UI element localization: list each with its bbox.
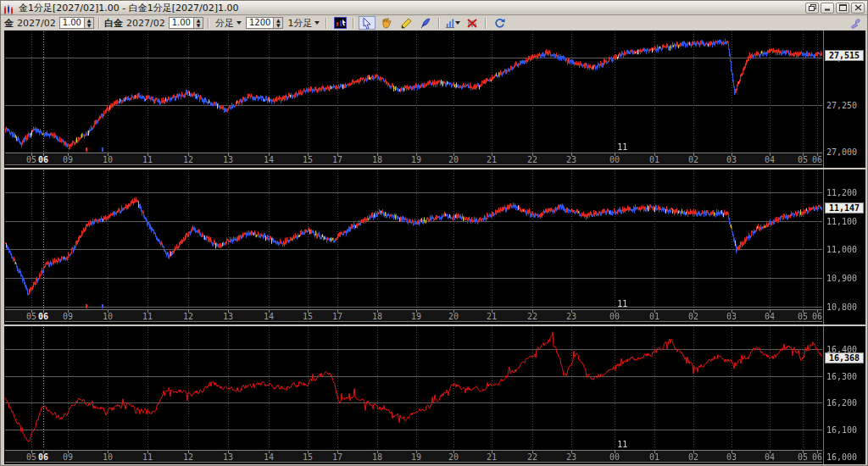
pen-tool-button[interactable] (417, 16, 434, 30)
time-axis-label: 06 (38, 312, 48, 321)
price-axis-label: 11,100 (826, 217, 857, 226)
time-axis-label: 06 (38, 452, 48, 462)
time-axis-label: 01 (649, 312, 659, 321)
select-tool-button[interactable] (359, 16, 376, 30)
time-axis-label: 21 (487, 452, 497, 462)
time-axis-label: 22 (527, 155, 537, 164)
time-axis-label: 03 (726, 452, 737, 462)
time-axis-label: 14 (264, 155, 274, 164)
platinum-price-axis: 11,147 11,30011,20011,10011,00010,90010,… (823, 169, 865, 325)
gold-last-price-badge: 27,515 (825, 50, 864, 61)
time-axis-label: 01 (649, 155, 659, 164)
time-axis-label: 02 (688, 155, 698, 164)
time-axis-label: 14 (264, 452, 274, 462)
time-axis-label: 23 (566, 155, 576, 164)
platinum-candle-chart[interactable] (5, 170, 822, 308)
spread-value-axis: 16,368 16,40016,30016,20016,10016,000 (823, 326, 865, 464)
time-axis-label: 02 (688, 452, 698, 462)
pencil-icon (400, 18, 412, 29)
close-button[interactable] (851, 3, 865, 14)
time-axis-label: 11 (142, 312, 153, 321)
time-axis-label: 09 (63, 452, 73, 462)
chevron-down-icon (314, 21, 320, 25)
time-axis-label: 03 (726, 312, 737, 321)
date-marker: 11 (617, 299, 627, 308)
gold-candle-chart[interactable] (5, 31, 822, 152)
chevron-down-icon (236, 21, 242, 25)
period-label: 1分足 (287, 17, 312, 30)
titlebar[interactable]: 金1分足[2027/02]1.00 - 白金1分足[2027/02]1.00 (1, 1, 867, 15)
toolbar-separator (485, 18, 487, 29)
time-axis-label: 06 (812, 312, 822, 321)
time-axis-label: 19 (411, 312, 421, 321)
wrench-icon (850, 18, 861, 29)
select-arrow-icon (362, 18, 372, 29)
minimize-button[interactable] (821, 3, 834, 14)
pan-tool-button[interactable] (378, 16, 395, 30)
date-marker: 11 (617, 440, 627, 449)
spinner-arrows[interactable]: ▲▼ (84, 18, 93, 28)
bar-type-dropdown[interactable]: 分足 (214, 17, 243, 29)
time-axis-label: 00 (609, 452, 620, 462)
app-icon (3, 3, 15, 13)
chart-frame-button[interactable] (331, 16, 348, 30)
spread-last-value-badge: 16,368 (825, 352, 864, 363)
time-axis-label: 10 (103, 452, 113, 462)
platinum-chart-panel: 時刻:06:00 始値:11,147 高値:11,147 安値:11,147 終… (4, 169, 865, 325)
delete-chart-icon (466, 18, 478, 29)
time-axis-label: 20 (448, 452, 459, 462)
time-axis-label: 20 (448, 155, 459, 164)
time-axis-label: 05 (26, 452, 36, 462)
time-axis-label: 04 (765, 312, 775, 321)
toolbar-separator (208, 18, 209, 29)
time-axis-label: 17 (332, 452, 342, 462)
toolbar-separator (438, 18, 440, 29)
time-axis-label: 22 (527, 312, 537, 321)
price-axis-label: 16,100 (826, 425, 857, 435)
chart-style-button[interactable] (444, 16, 461, 30)
time-axis-label: 04 (765, 155, 775, 164)
refresh-button[interactable] (491, 16, 508, 30)
bar-count-spinner[interactable]: 1200 ▲▼ (246, 17, 283, 29)
spinner-arrows[interactable]: ▲▼ (273, 18, 282, 28)
time-axis-label: 04 (765, 452, 775, 462)
time-axis-label: 05 (798, 452, 808, 462)
platinum-symbol-label: 白金 (104, 17, 123, 30)
time-axis-label: 00 (609, 312, 620, 321)
time-axis-label: 18 (372, 312, 382, 321)
time-axis-label: 10 (103, 155, 113, 164)
time-axis-label: 18 (372, 452, 382, 462)
pencil-tool-button[interactable] (398, 16, 415, 30)
bar-chart-icon (445, 18, 455, 29)
time-axis-label: 17 (332, 312, 342, 321)
chevron-down-icon (455, 21, 460, 25)
period-dropdown[interactable]: 1分足 (286, 17, 321, 29)
time-axis-label: 05 (798, 155, 808, 164)
maximize-button[interactable] (836, 3, 849, 14)
bar-count-value: 1200 (247, 18, 273, 28)
gold-contract-month: 2027/02 (17, 18, 56, 29)
spinner-arrows[interactable]: ▲▼ (193, 18, 203, 28)
time-axis-label: 23 (566, 452, 576, 462)
spread-line-chart[interactable] (5, 327, 822, 449)
pen-icon (420, 18, 431, 29)
app-window: 金1分足[2027/02]1.00 - 白金1分足[2027/02]1.00 金… (0, 0, 868, 466)
price-axis-label: 27,250 (826, 101, 857, 110)
settings-wrench-button[interactable] (847, 16, 864, 30)
toolbar: 金 2027/02 1.00 ▲▼ 白金 2027/02 1.00 ▲▼ 分足 … (1, 16, 867, 30)
time-axis-label: 11 (142, 452, 153, 462)
price-axis-label: 11,200 (826, 188, 857, 197)
time-axis-label: 06 (812, 155, 822, 164)
platinum-last-price-badge: 11,147 (825, 202, 864, 214)
platinum-multiplier-spinner[interactable]: 1.00 ▲▼ (169, 17, 203, 29)
time-axis-label: 05 (798, 312, 808, 321)
time-axis-label: 01 (649, 452, 659, 462)
gold-multiplier-spinner[interactable]: 1.00 ▲▼ (59, 17, 94, 29)
time-axis-label: 11 (142, 155, 153, 164)
delete-chart-button[interactable] (464, 16, 481, 30)
restore-window-button[interactable] (805, 3, 819, 14)
time-axis-label: 21 (487, 312, 497, 321)
time-axis-label: 18 (372, 155, 382, 164)
date-marker: 11 (617, 142, 627, 152)
window-title: 金1分足[2027/02]1.00 - 白金1分足[2027/02]1.00 (19, 2, 239, 14)
